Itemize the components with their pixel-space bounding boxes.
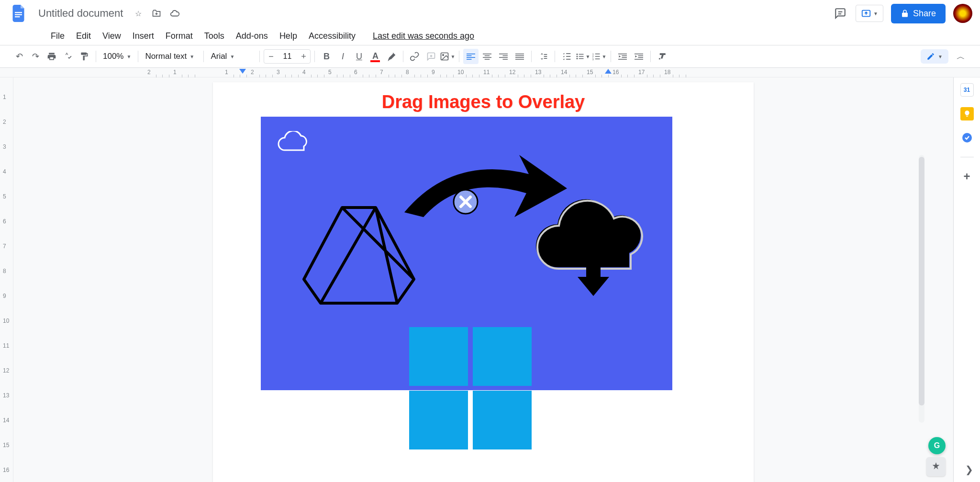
checklist-icon[interactable]	[559, 49, 574, 64]
svg-point-31	[577, 56, 578, 57]
paint-format-icon[interactable]	[77, 49, 92, 64]
increase-indent-icon[interactable]	[631, 49, 646, 64]
last-edit-link[interactable]: Last edit was seconds ago	[368, 28, 479, 44]
collapse-toolbar-icon[interactable]: ︿	[953, 49, 969, 64]
ruler-label: 12	[509, 69, 515, 76]
ruler-label: 9	[3, 293, 6, 299]
svg-rect-39	[595, 54, 600, 55]
svg-rect-13	[485, 55, 490, 56]
line-spacing-icon[interactable]	[535, 49, 551, 64]
bulleted-list-icon[interactable]: ▼	[575, 49, 590, 64]
align-left-icon[interactable]	[463, 49, 479, 64]
svg-point-32	[577, 58, 578, 59]
page[interactable]: Drag Images to Overlay	[213, 82, 754, 482]
comment-history-icon[interactable]	[833, 6, 848, 21]
ruler-label: 13	[3, 392, 9, 399]
ruler-label: 10	[457, 69, 464, 76]
insert-image-icon[interactable]: ▼	[440, 49, 455, 64]
menu-view[interactable]: View	[98, 28, 126, 44]
add-comment-icon[interactable]	[423, 49, 439, 64]
svg-rect-40	[595, 56, 600, 57]
chevron-down-icon: ▼	[873, 11, 878, 16]
italic-icon[interactable]: I	[335, 49, 350, 64]
keep-app-icon[interactable]	[960, 107, 974, 120]
svg-rect-26	[544, 58, 547, 59]
font-select[interactable]: Arial▼	[208, 52, 256, 61]
svg-rect-14	[483, 57, 491, 58]
menu-insert[interactable]: Insert	[128, 28, 159, 44]
decrease-indent-icon[interactable]	[615, 49, 630, 64]
ruler-label: 2	[147, 69, 151, 76]
spellcheck-icon[interactable]	[60, 49, 76, 64]
font-size-value[interactable]: 11	[278, 52, 297, 61]
font-size-increase[interactable]: +	[297, 50, 310, 63]
star-icon[interactable]: ☆	[133, 8, 144, 19]
insert-link-icon[interactable]	[407, 49, 423, 64]
underline-icon[interactable]: U	[351, 49, 367, 64]
ruler-label: 13	[535, 69, 541, 76]
add-app-icon[interactable]: +	[960, 170, 974, 183]
menu-help[interactable]: Help	[275, 28, 302, 44]
menu-accessibility[interactable]: Accessibility	[304, 28, 360, 44]
first-line-indent-marker[interactable]	[239, 69, 246, 77]
redo-icon[interactable]: ↷	[28, 49, 43, 64]
ruler-label: 6	[3, 218, 6, 225]
horizontal-ruler[interactable]: 21123456789101112131415161718	[0, 68, 980, 77]
windows-tile	[473, 391, 532, 449]
tasks-app-icon[interactable]	[960, 131, 974, 144]
svg-rect-35	[579, 58, 584, 59]
clear-formatting-icon[interactable]	[655, 49, 670, 64]
move-icon[interactable]	[151, 8, 162, 19]
side-panel-toggle-icon[interactable]: ❯	[965, 464, 973, 475]
print-icon[interactable]	[44, 49, 59, 64]
zoom-select[interactable]: 100%▼	[100, 52, 134, 61]
align-justify-icon[interactable]	[512, 49, 527, 64]
ruler-label: 8	[406, 69, 409, 76]
svg-rect-19	[503, 59, 508, 60]
grammarly-icon[interactable]: G	[928, 437, 946, 454]
menu-tools[interactable]: Tools	[200, 28, 229, 44]
svg-rect-27	[567, 53, 571, 54]
font-size-decrease[interactable]: −	[264, 50, 278, 63]
bold-icon[interactable]: B	[319, 49, 334, 64]
highlight-icon[interactable]	[384, 49, 399, 64]
menu-file[interactable]: File	[46, 28, 69, 44]
right-indent-marker[interactable]	[605, 69, 612, 77]
numbered-list-icon[interactable]: 123▼	[591, 49, 607, 64]
svg-rect-49	[635, 59, 643, 60]
svg-rect-16	[499, 54, 508, 55]
scrollbar-thumb[interactable]	[919, 157, 924, 405]
windows-tile	[473, 327, 532, 386]
menu-addons[interactable]: Add-ons	[231, 28, 273, 44]
ruler-label: 6	[354, 69, 357, 76]
docs-logo[interactable]	[8, 2, 31, 25]
svg-rect-17	[503, 55, 508, 56]
paragraph-style-select[interactable]: Normal text▼	[142, 52, 200, 61]
editing-mode-button[interactable]: ▼	[921, 49, 948, 64]
avatar[interactable]	[953, 4, 972, 23]
svg-rect-44	[622, 57, 627, 58]
svg-rect-24	[544, 54, 547, 55]
ruler-label: 11	[483, 69, 490, 76]
present-button[interactable]: ▼	[856, 5, 883, 22]
svg-rect-11	[467, 59, 472, 60]
svg-rect-1	[15, 14, 22, 15]
share-label: Share	[913, 9, 936, 19]
svg-rect-45	[618, 59, 627, 60]
undo-icon[interactable]: ↶	[11, 49, 27, 64]
menu-format[interactable]: Format	[161, 28, 198, 44]
align-center-icon[interactable]	[479, 49, 495, 64]
align-right-icon[interactable]	[496, 49, 511, 64]
menu-edit[interactable]: Edit	[71, 28, 96, 44]
vertical-ruler[interactable]: 12345678910111213141516	[0, 77, 13, 482]
document-canvas[interactable]: Drag Images to Overlay	[13, 77, 953, 482]
explore-icon[interactable]	[926, 457, 946, 476]
font-size-stepper[interactable]: − 11 +	[264, 49, 311, 64]
cloud-status-icon[interactable]	[169, 8, 180, 19]
text-color-icon[interactable]: A	[368, 49, 383, 64]
windows-logo-image[interactable]	[409, 327, 534, 451]
share-button[interactable]: Share	[891, 4, 946, 23]
calendar-app-icon[interactable]: 31	[960, 83, 974, 97]
document-title[interactable]: Untitled document	[34, 7, 127, 20]
svg-rect-12	[483, 54, 491, 55]
